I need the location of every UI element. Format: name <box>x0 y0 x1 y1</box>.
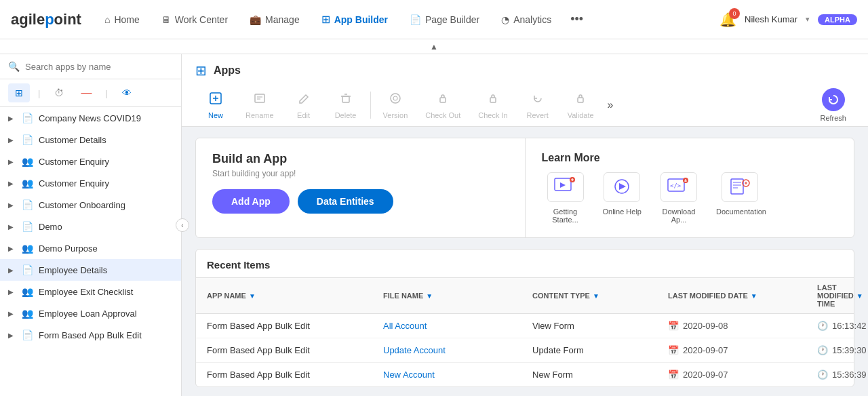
learn-item-getting-started[interactable]: Getting Starte... <box>542 172 589 224</box>
learn-section: Learn More <box>526 138 854 237</box>
table-row: Form Based App Bulk Edit New Account New… <box>196 363 854 387</box>
sidebar-item-company-news[interactable]: ▶ 📄 Company News COVID19 <box>0 107 181 129</box>
sidebar-collapse-button[interactable]: ‹ <box>176 218 189 232</box>
learn-item-documentation[interactable]: Documentation <box>716 172 764 224</box>
notification-count: 0 <box>729 8 740 19</box>
apps-header: ⊞ Apps New <box>182 54 868 127</box>
revert-label: Revert <box>526 111 548 119</box>
user-name[interactable]: Nilesh Kumar <box>745 14 797 24</box>
nav-item-page-builder[interactable]: 📄 Page Builder <box>400 9 489 31</box>
documentation-label: Documentation <box>716 207 764 216</box>
col-file-name[interactable]: FILE NAME ▼ <box>383 283 532 308</box>
sidebar-item-customer-onboarding[interactable]: ▶ 📄 Customer Onboarding <box>0 194 181 216</box>
sidebar-item-form-based[interactable]: ▶ 📄 Form Based App Bulk Edit <box>0 324 181 346</box>
download-app-icon-box: </> <box>660 172 697 202</box>
toolbar-checkout-button[interactable]: Check Out <box>417 87 469 123</box>
calendar-icon: 📅 <box>668 370 679 380</box>
toolbar-more-button[interactable]: » <box>604 92 618 118</box>
filter-minus-button[interactable]: — <box>75 83 97 102</box>
sidebar-item-customer-details[interactable]: ▶ 📄 Customer Details <box>0 129 181 151</box>
chart-icon: ◔ <box>501 14 509 25</box>
toolbar-checkin-button[interactable]: Check In <box>470 87 515 123</box>
sidebar-item-employee-loan[interactable]: ▶ 👥 Employee Loan Approval <box>0 302 181 324</box>
minus-filter-icon: — <box>81 87 92 99</box>
filter-eye-button[interactable]: 👁 <box>116 83 138 102</box>
people-icon: 👥 <box>22 286 33 297</box>
col-last-modified-date[interactable]: LAST MODIFIED DATE ▼ <box>668 283 817 308</box>
col-last-modified-time[interactable]: LAST MODIFIED TIME ▼ <box>817 283 863 308</box>
rename-icon <box>253 92 267 108</box>
nav-item-home[interactable]: ⌂ Home <box>95 9 149 31</box>
sidebar-wrapper: 🔍 ⊞ | ⏱ — | 👁 <box>0 54 182 396</box>
getting-started-icon-box <box>547 172 584 202</box>
cell-file-name[interactable]: All Account <box>383 321 532 331</box>
sidebar-item-label: Demo Purpose <box>39 243 173 254</box>
file-name-link[interactable]: Update Account <box>383 345 446 355</box>
briefcase-icon: 💼 <box>250 14 261 25</box>
learn-title: Learn More <box>542 152 838 164</box>
collapse-bar[interactable]: ▲ <box>0 39 868 54</box>
toolbar-separator <box>370 92 371 119</box>
nav-page-builder-label: Page Builder <box>425 14 479 25</box>
toolbar-version-button[interactable]: Version <box>375 87 416 123</box>
sidebar-item-employee-details[interactable]: ▶ 📄 Employee Details <box>0 259 181 281</box>
learn-item-online-help[interactable]: Online Help <box>603 172 642 224</box>
svg-point-9 <box>391 94 400 103</box>
toolbar-rename-button[interactable]: Rename <box>237 87 282 123</box>
download-app-label: Download Ap... <box>655 207 703 224</box>
nav-item-manage[interactable]: 💼 Manage <box>240 9 309 31</box>
col-content-type[interactable]: CONTENT TYPE ▼ <box>532 283 668 308</box>
cell-app-name: Form Based App Bulk Edit <box>207 345 383 355</box>
sidebar-item-employee-exit[interactable]: ▶ 👥 Employee Exit Checklist <box>0 281 181 302</box>
toolbar-edit-button[interactable]: Edit <box>283 87 324 123</box>
notification-bell[interactable]: 🔔 0 <box>719 12 736 28</box>
toolbar-revert-button[interactable]: Revert <box>517 87 558 123</box>
chevron-icon: ▶ <box>8 180 16 187</box>
svg-marker-20 <box>619 183 626 190</box>
people-icon: 👥 <box>22 178 33 189</box>
refresh-button[interactable]: Refresh <box>812 84 854 126</box>
sidebar-item-customer-enquiry-1[interactable]: ▶ 👥 Customer Enquiry <box>0 151 181 172</box>
sidebar-item-label: Customer Details <box>39 135 173 145</box>
svg-rect-11 <box>440 98 446 102</box>
file-name-link[interactable]: All Account <box>383 321 427 331</box>
cell-modified-date: 📅 2020-09-08 <box>668 321 817 331</box>
sidebar-item-demo[interactable]: ▶ 📄 Demo <box>0 216 181 237</box>
search-input[interactable] <box>25 62 173 72</box>
cell-file-name[interactable]: New Account <box>383 370 532 380</box>
people-icon: 👥 <box>22 156 33 167</box>
filter-grid-button[interactable]: ⊞ <box>8 83 30 102</box>
nav-analytics-label: Analytics <box>513 14 551 25</box>
sidebar-item-demo-purpose[interactable]: ▶ 👥 Demo Purpose <box>0 237 181 259</box>
apps-grid-icon: ⊞ <box>195 62 207 79</box>
sort-content-type-icon: ▼ <box>593 292 599 300</box>
nav-item-work-center[interactable]: 🖥 Work Center <box>152 9 237 31</box>
nav-more-button[interactable]: ••• <box>564 7 590 32</box>
svg-rect-6 <box>342 96 349 102</box>
nav-item-analytics[interactable]: ◔ Analytics <box>492 9 561 31</box>
cell-file-name[interactable]: Update Account <box>383 345 532 355</box>
toolbar-new-button[interactable]: New <box>195 87 236 123</box>
revert-icon <box>531 92 545 108</box>
build-subtitle: Start building your app! <box>212 169 509 178</box>
sidebar-item-customer-enquiry-2[interactable]: ▶ 👥 Customer Enquiry <box>0 172 181 194</box>
cell-app-name: Form Based App Bulk Edit <box>207 321 383 331</box>
file-name-link[interactable]: New Account <box>383 370 435 380</box>
col-app-name[interactable]: APP NAME ▼ <box>207 283 383 308</box>
filter-clock-button[interactable]: ⏱ <box>48 83 70 102</box>
chevron-left-icon: ‹ <box>181 222 183 229</box>
learn-item-download-app[interactable]: </> Download Ap... <box>655 172 703 224</box>
svg-marker-15 <box>560 182 566 188</box>
sidebar-filters: ⊞ | ⏱ — | 👁 <box>0 79 181 107</box>
toolbar-delete-button[interactable]: Delete <box>326 87 366 123</box>
new-icon <box>209 92 222 108</box>
toolbar-validate-button[interactable]: Validate <box>559 87 602 123</box>
doc-icon: 📄 <box>22 264 33 275</box>
nav-item-app-builder[interactable]: ⊞ App Builder <box>312 7 397 31</box>
add-app-button[interactable]: Add App <box>212 189 290 214</box>
clock-icon: 🕐 <box>817 345 828 355</box>
data-entities-button[interactable]: Data Entities <box>298 189 393 214</box>
calendar-icon: 📅 <box>668 345 679 355</box>
documentation-icon-box <box>722 172 758 202</box>
calendar-icon: 📅 <box>668 321 679 331</box>
